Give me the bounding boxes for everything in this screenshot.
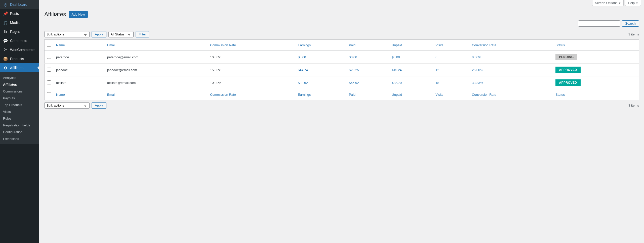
column-header-earnings[interactable]: Earnings (295, 89, 346, 100)
add-new-button[interactable]: Add New (69, 11, 88, 18)
cell-status: APPROVED (553, 64, 639, 76)
cell-earnings[interactable]: $0.00 (295, 51, 346, 64)
row-checkbox[interactable] (47, 68, 51, 72)
affiliates-table: NameEmailCommission RateEarningsPaidUnpa… (44, 39, 639, 100)
media-icon: 🎵 (3, 20, 8, 25)
column-header-status[interactable]: Status (553, 40, 639, 51)
cell-visits[interactable]: 0 (433, 51, 469, 64)
cell-status: APPROVED (553, 76, 639, 89)
cell-name: janedoe (54, 64, 105, 76)
search-input[interactable] (578, 20, 620, 27)
row-checkbox[interactable] (47, 80, 51, 84)
cell-conversion[interactable]: 33.33% (469, 76, 553, 89)
cell-conversion[interactable]: 0.00% (469, 51, 553, 64)
column-header-conversion[interactable]: Conversion Rate (469, 40, 553, 51)
sidebar-sub-rules[interactable]: Rules (0, 115, 39, 122)
page-title: Affiliates (44, 11, 66, 18)
sidebar-sub-registration-fields[interactable]: Registration Fields (0, 122, 39, 129)
woocommerce-icon: 🛍 (3, 47, 8, 52)
column-header-visits[interactable]: Visits (433, 89, 469, 100)
column-header-commission[interactable]: Commission Rate (208, 40, 295, 51)
admin-sidebar: ◷Dashboard📌Posts🎵Media🗎Pages💬Comments🛍Wo… (0, 0, 39, 243)
chevron-down-icon: ▼ (636, 2, 638, 5)
cell-status: PENDING (553, 51, 639, 64)
sidebar-item-media[interactable]: 🎵Media (0, 18, 39, 27)
column-header-name[interactable]: Name (54, 40, 105, 51)
status-badge: PENDING (555, 54, 577, 60)
column-header-name[interactable]: Name (54, 89, 105, 100)
filter-button[interactable]: Filter (136, 31, 149, 37)
screen-options-tab[interactable]: Screen Options▼ (592, 0, 624, 6)
sidebar-item-posts[interactable]: 📌Posts (0, 9, 39, 18)
sidebar-sub-extensions[interactable]: Extensions (0, 135, 39, 142)
row-checkbox[interactable] (47, 55, 51, 59)
cell-paid[interactable]: $0.00 (346, 51, 389, 64)
column-header-unpaid[interactable]: Unpaid (389, 89, 433, 100)
cell-paid[interactable]: $20.25 (346, 64, 389, 76)
table-row: affiliateaffiliate@email.com10.00%$98.62… (45, 76, 639, 89)
sidebar-item-label: Products (10, 57, 24, 61)
table-row: peterdoepeterdoe@email.com10.00%$0.00$0.… (45, 51, 639, 64)
cell-commission: 15.00% (208, 64, 295, 76)
apply-button-bottom[interactable]: Apply (92, 102, 106, 109)
cell-conversion[interactable]: 25.00% (469, 64, 553, 76)
sidebar-item-dashboard[interactable]: ◷Dashboard (0, 0, 39, 9)
dashboard-icon: ◷ (3, 2, 8, 7)
sidebar-item-affiliates[interactable]: ⚙Affiliates (0, 63, 39, 72)
cell-email: affiliate@email.com (105, 76, 208, 89)
sidebar-item-label: Dashboard (10, 3, 27, 7)
select-all-checkbox[interactable] (47, 43, 51, 47)
sidebar-item-pages[interactable]: 🗎Pages (0, 27, 39, 36)
posts-icon: 📌 (3, 11, 8, 16)
sidebar-item-woocommerce[interactable]: 🛍WooCommerce (0, 45, 39, 54)
column-header-visits[interactable]: Visits (433, 40, 469, 51)
cell-email: peterdoe@email.com (105, 51, 208, 64)
sidebar-item-label: Media (10, 21, 20, 25)
sidebar-sub-visits[interactable]: Visits (0, 108, 39, 115)
sidebar-sub-configuration[interactable]: Configuration (0, 129, 39, 135)
column-header-earnings[interactable]: Earnings (295, 40, 346, 51)
sidebar-sub-payouts[interactable]: Payouts (0, 95, 39, 102)
select-all-checkbox[interactable] (47, 92, 51, 96)
sidebar-sub-affiliates[interactable]: Affiliates (0, 81, 39, 88)
status-badge: APPROVED (555, 67, 580, 73)
search-button[interactable]: Search (622, 20, 639, 27)
bulk-actions-select-bottom[interactable]: Bulk actions (44, 102, 90, 109)
help-tab[interactable]: Help▼ (625, 0, 641, 6)
cell-earnings[interactable]: $98.62 (295, 76, 346, 89)
cell-paid[interactable]: $65.92 (346, 76, 389, 89)
status-badge: APPROVED (555, 79, 580, 86)
cell-unpaid[interactable]: $0.00 (389, 51, 433, 64)
table-row: janedoejanedoe@email.com15.00%$44.74$20.… (45, 64, 639, 76)
sidebar-sub-analytics[interactable]: Analytics (0, 74, 39, 81)
column-header-conversion[interactable]: Conversion Rate (469, 89, 553, 100)
cell-visits[interactable]: 12 (433, 64, 469, 76)
main-content: Screen Options▼ Help▼ Affiliates Add New… (39, 0, 644, 243)
cell-name: affiliate (54, 76, 105, 89)
bulk-actions-select[interactable]: Bulk actions (44, 31, 90, 37)
sidebar-item-comments[interactable]: 💬Comments (0, 36, 39, 45)
chevron-down-icon: ▼ (618, 2, 621, 5)
sidebar-sub-top-products[interactable]: Top Products (0, 102, 39, 108)
cell-unpaid[interactable]: $15.24 (389, 64, 433, 76)
column-header-paid[interactable]: Paid (346, 89, 389, 100)
sidebar-item-label: Affiliates (10, 66, 23, 70)
column-header-email[interactable]: Email (105, 40, 208, 51)
pages-icon: 🗎 (3, 29, 8, 34)
column-header-unpaid[interactable]: Unpaid (389, 40, 433, 51)
sidebar-submenu: AnalyticsAffiliatesCommissionsPayoutsTop… (0, 72, 39, 144)
cell-unpaid[interactable]: $32.70 (389, 76, 433, 89)
sidebar-item-products[interactable]: 📦Products (0, 54, 39, 63)
apply-button[interactable]: Apply (92, 31, 106, 37)
column-header-paid[interactable]: Paid (346, 40, 389, 51)
sidebar-sub-commissions[interactable]: Commissions (0, 88, 39, 95)
column-header-commission[interactable]: Commission Rate (208, 89, 295, 100)
cell-visits[interactable]: 18 (433, 76, 469, 89)
cell-commission: 10.00% (208, 51, 295, 64)
column-header-email[interactable]: Email (105, 89, 208, 100)
sidebar-item-label: Posts (10, 12, 19, 16)
cell-commission: 10.00% (208, 76, 295, 89)
cell-earnings[interactable]: $44.74 (295, 64, 346, 76)
column-header-status[interactable]: Status (553, 89, 639, 100)
status-filter-select[interactable]: All Status (108, 31, 134, 37)
